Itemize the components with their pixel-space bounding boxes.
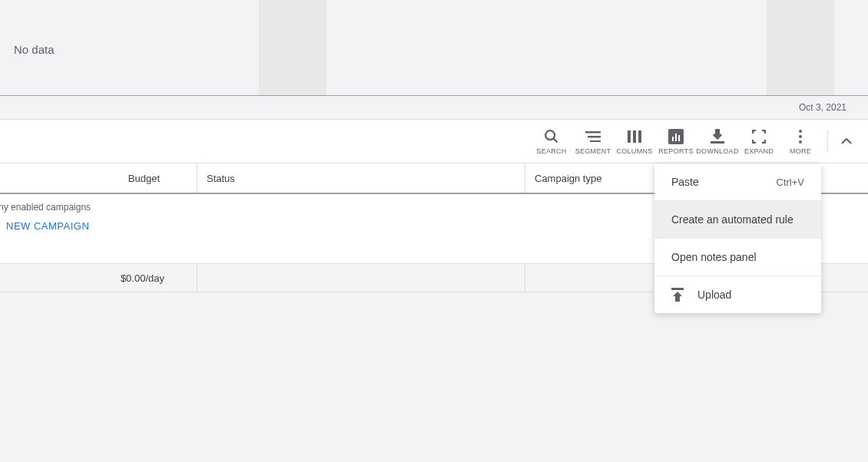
chart-axis-line — [0, 95, 868, 96]
search-icon — [542, 127, 561, 146]
columns-label: COLUMNS — [616, 147, 652, 155]
menu-item-paste[interactable]: Paste Ctrl+V — [654, 163, 821, 200]
more-tool[interactable]: MORE — [780, 119, 821, 163]
reports-icon — [667, 127, 685, 146]
chart-highlight-block — [767, 0, 834, 96]
svg-point-13 — [799, 140, 802, 144]
menu-item-notes-panel[interactable]: Open notes panel — [654, 239, 821, 276]
toolbar-divider — [827, 130, 828, 152]
svg-point-0 — [545, 130, 555, 140]
menu-notes-panel-label: Open notes panel — [671, 251, 757, 263]
segment-label: SEGMENT — [575, 147, 611, 155]
svg-rect-16 — [675, 295, 680, 302]
date-range-row: Oct 3, 2021 — [0, 96, 868, 119]
chart-highlight-block — [259, 0, 326, 96]
more-dropdown-menu: Paste Ctrl+V Create an automated rule Op… — [654, 163, 821, 313]
column-header-status[interactable]: Status — [197, 163, 525, 193]
summary-budget-cell: $0.00/day — [0, 264, 197, 292]
download-icon — [708, 127, 727, 146]
chart-area: No data — [0, 0, 868, 96]
download-tool[interactable]: DOWNLOAD — [697, 119, 738, 163]
svg-rect-5 — [628, 130, 631, 143]
search-tool[interactable]: SEARCH — [531, 119, 572, 163]
summary-status-cell — [197, 264, 525, 292]
table-toolbar: SEARCH SEGMENT COLUMNS — [0, 119, 868, 163]
collapse-chart-button[interactable] — [834, 129, 859, 153]
date-label: Oct 3, 2021 — [799, 102, 846, 113]
chart-no-data-label: No data — [0, 0, 55, 96]
svg-rect-6 — [633, 130, 636, 143]
reports-label: REPORTS — [658, 147, 693, 155]
svg-rect-10 — [711, 141, 724, 144]
svg-point-11 — [799, 130, 802, 133]
svg-point-12 — [799, 135, 802, 138]
column-header-budget[interactable]: Budget — [0, 163, 197, 193]
more-vertical-icon — [791, 127, 810, 146]
columns-tool[interactable]: COLUMNS — [614, 119, 655, 163]
download-label: DOWNLOAD — [696, 147, 738, 155]
expand-tool[interactable]: EXPAND — [738, 119, 780, 163]
menu-item-automated-rule[interactable]: Create an automated rule — [654, 201, 821, 238]
menu-item-upload[interactable]: Upload — [654, 276, 821, 313]
svg-line-1 — [554, 139, 558, 143]
svg-rect-7 — [638, 130, 641, 143]
menu-upload-label: Upload — [697, 289, 731, 301]
upload-icon — [671, 288, 684, 302]
expand-label: EXPAND — [744, 147, 774, 155]
columns-icon — [625, 127, 644, 146]
svg-rect-14 — [671, 288, 684, 290]
reports-tool[interactable]: REPORTS — [655, 119, 697, 163]
svg-rect-3 — [588, 136, 601, 138]
menu-paste-label: Paste — [671, 176, 699, 188]
menu-paste-shortcut: Ctrl+V — [777, 177, 804, 188]
svg-rect-4 — [590, 140, 601, 142]
search-label: SEARCH — [536, 147, 566, 155]
svg-rect-2 — [585, 131, 601, 134]
menu-automated-rule-label: Create an automated rule — [671, 213, 793, 226]
segment-icon — [584, 127, 602, 146]
segment-tool[interactable]: SEGMENT — [572, 119, 614, 163]
expand-icon — [750, 127, 768, 146]
svg-rect-9 — [715, 129, 720, 136]
more-label: MORE — [790, 147, 811, 155]
